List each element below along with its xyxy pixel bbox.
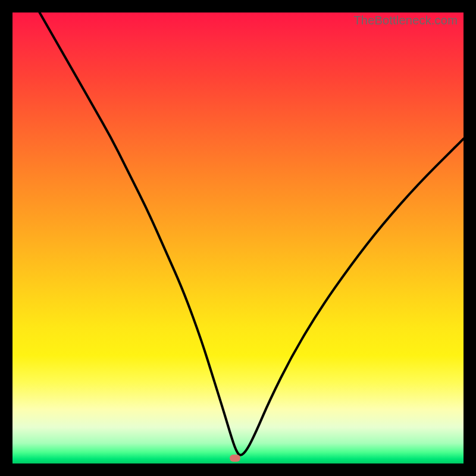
plot-area: TheBottleneck.com <box>12 12 464 464</box>
curve-path <box>40 12 464 455</box>
chart-frame: TheBottleneck.com <box>0 0 476 476</box>
bottleneck-curve <box>12 12 464 464</box>
optimum-marker <box>230 455 240 462</box>
